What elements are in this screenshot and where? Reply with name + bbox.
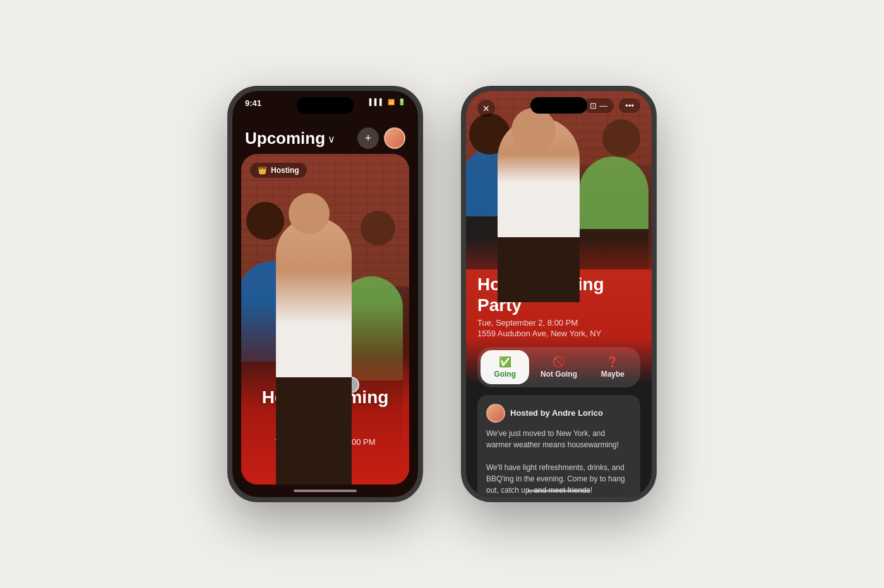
phone1-header: Upcoming ∨ +	[232, 122, 418, 154]
going-icon: ✅	[499, 356, 511, 368]
home-indicator-2	[527, 490, 590, 492]
host-avatar	[486, 404, 505, 423]
upcoming-title: Upcoming	[245, 129, 325, 148]
more-options-button[interactable]: •••	[619, 98, 640, 113]
maybe-button[interactable]: ❓ Maybe	[588, 350, 637, 384]
phone-1: 9:41 ▌▌▌ 📶 🔋 Upcoming ∨ +	[227, 86, 423, 502]
host-description: We've just moved to New York, and warmer…	[486, 428, 631, 496]
host-row: Hosted by Andre Lorico	[486, 404, 631, 423]
add-button[interactable]: +	[357, 127, 379, 149]
not-going-label: Not Going	[541, 370, 577, 379]
status-icons-1: ▌▌▌ 📶 🔋	[369, 98, 405, 105]
share-view-button[interactable]: ⊡ —	[583, 98, 614, 113]
event-date-2: Tue, September 2, 8:00 PM	[477, 318, 640, 327]
maybe-icon: ❓	[606, 356, 619, 368]
hosting-label: Hosting	[271, 166, 299, 175]
header-actions: +	[357, 127, 405, 149]
upcoming-title-area[interactable]: Upcoming ∨	[245, 129, 335, 148]
going-label: Going	[494, 370, 516, 379]
phone2-screen: ✕ 9:41 ⊡ — ••• Housewarming Party Tue, S…	[466, 91, 652, 497]
status-time-1: 9:41	[245, 98, 261, 108]
host-name: Hosted by Andre Lorico	[510, 408, 603, 418]
maybe-label: Maybe	[601, 370, 624, 379]
more-icon: •••	[625, 101, 634, 110]
not-going-icon: 🚫	[552, 356, 565, 368]
dynamic-island-1	[297, 97, 354, 114]
rsvp-buttons: ✅ Going 🚫 Not Going ❓ Maybe	[477, 347, 640, 387]
divider: —	[599, 101, 607, 110]
close-icon: ✕	[482, 103, 490, 114]
share-icon: ⊡	[590, 101, 597, 110]
phone-2: ✕ 9:41 ⊡ — ••• Housewarming Party Tue, S…	[461, 86, 657, 502]
event-card-1[interactable]: 👑 Hosting + HousewarmingParty Tue, Septe…	[241, 154, 409, 485]
event-address-2: 1559 Audubon Ave, New York, NY	[477, 329, 640, 338]
phone2-actions: ⊡ — •••	[583, 98, 640, 113]
dynamic-island-2	[530, 97, 587, 114]
crown-icon: 👑	[258, 166, 267, 175]
upcoming-chevron: ∨	[328, 133, 335, 145]
host-info-card: Hosted by Andre Lorico We've just moved …	[477, 395, 640, 497]
user-avatar[interactable]	[384, 127, 405, 149]
not-going-button[interactable]: 🚫 Not Going	[534, 350, 583, 384]
going-button[interactable]: ✅ Going	[481, 350, 529, 384]
home-indicator-1	[294, 490, 357, 492]
hosting-badge: 👑 Hosting	[250, 163, 307, 178]
phone2-content: Housewarming Party Tue, September 2, 8:0…	[466, 269, 652, 497]
close-button[interactable]: ✕	[477, 100, 495, 117]
